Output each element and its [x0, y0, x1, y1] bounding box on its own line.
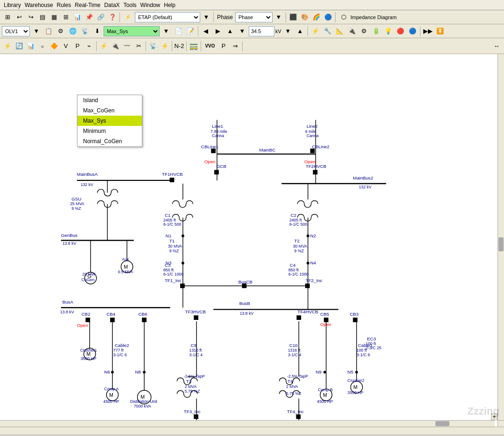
icon-zoom-fit[interactable]: ↔: [491, 41, 502, 52]
horizontal-scrollbar[interactable]: [0, 420, 495, 427]
icon-a2[interactable]: 🔄: [14, 41, 25, 52]
svg-text:M: M: [140, 394, 145, 400]
dropdown-item-maxsys[interactable]: Max_Sys: [77, 116, 142, 126]
icon-link[interactable]: 🔗: [95, 12, 106, 23]
icon-a14[interactable]: ⚡: [159, 41, 170, 52]
icon-t6[interactable]: 🔋: [371, 26, 382, 37]
icon-a13[interactable]: 📡: [147, 41, 159, 52]
icon-t9[interactable]: 🔵: [407, 26, 418, 37]
svg-text:C10: C10: [289, 343, 298, 348]
config-select[interactable]: Island Max_CoGen Max_Sys Minimum Normal_…: [104, 26, 160, 36]
icon-impedance[interactable]: ⬡: [337, 12, 350, 23]
icon-a1[interactable]: ⚡: [2, 41, 13, 52]
icon-nav-up[interactable]: ▲: [224, 26, 236, 37]
icon-t5[interactable]: ⚙: [358, 26, 370, 37]
icon-filter[interactable]: 🔵: [322, 12, 334, 23]
svg-text:N4: N4: [310, 260, 316, 265]
icon-a17[interactable]: P: [218, 41, 229, 52]
icon-t3[interactable]: 📐: [334, 26, 345, 37]
icon-list2[interactable]: ▦: [49, 12, 60, 23]
icon-vvo[interactable]: VVO: [203, 41, 217, 52]
svg-text:TF3_Inc: TF3_Inc: [184, 409, 201, 414]
icon-a15[interactable]: N-2: [174, 41, 185, 52]
icon-nav-right[interactable]: ▶: [212, 26, 224, 37]
menu-datax[interactable]: DataX: [102, 1, 121, 9]
icon-t2[interactable]: 🔧: [322, 26, 333, 37]
icon-a18[interactable]: ⇒: [230, 41, 241, 52]
dropdown-item-island[interactable]: Island: [77, 95, 142, 105]
icon-redo[interactable]: ↪: [25, 12, 36, 23]
menu-tools[interactable]: Tools: [122, 1, 139, 9]
kv-input[interactable]: [249, 26, 274, 36]
icon-a11[interactable]: 〰: [121, 41, 133, 52]
icon-t8[interactable]: 🔴: [395, 26, 406, 37]
menu-window[interactable]: Window: [139, 1, 162, 9]
icon-config-paste[interactable]: 📝: [185, 26, 196, 37]
icon-config3[interactable]: 🌐: [67, 26, 78, 37]
svg-text:N6: N6: [104, 369, 110, 374]
icon-pin[interactable]: 📌: [84, 12, 95, 23]
phase-select[interactable]: Phase: [235, 12, 273, 22]
icon-t4[interactable]: 🔌: [346, 26, 357, 37]
icon-color2[interactable]: 🌈: [311, 12, 322, 23]
menu-warehouse[interactable]: Warehouse: [23, 1, 55, 9]
icon-phase-arrow[interactable]: ▼: [273, 12, 284, 23]
svg-text:9 %Z: 9 %Z: [169, 249, 179, 253]
icon-color1[interactable]: 🎨: [299, 12, 310, 23]
icon-a7[interactable]: P: [72, 41, 83, 52]
icon-undo[interactable]: ↩: [14, 12, 25, 23]
icon-olv-arrow[interactable]: ▼: [31, 26, 42, 37]
icon-a5[interactable]: 🔶: [49, 41, 60, 52]
icon-tright1[interactable]: ▶▶: [422, 26, 434, 37]
icon-t1[interactable]: ⚡: [310, 26, 321, 37]
icon-config-copy[interactable]: 📄: [173, 26, 184, 37]
icon-t7[interactable]: 💡: [383, 26, 394, 37]
icon-kv-up[interactable]: ▲: [294, 26, 306, 37]
etap-project-select[interactable]: ETAP (Default): [135, 12, 200, 22]
icon-config-arrow[interactable]: ▼: [161, 26, 172, 37]
menu-help[interactable]: Help: [162, 1, 177, 9]
svg-rect-10: [211, 149, 216, 153]
icon-square1[interactable]: ⬛: [287, 12, 299, 23]
icon-config1[interactable]: 📋: [43, 26, 54, 37]
icon-a9[interactable]: ⚡: [98, 41, 109, 52]
olv-select[interactable]: OLV1: [2, 26, 30, 36]
vertical-scrollbar[interactable]: [497, 54, 504, 420]
svg-text:BusB: BusB: [239, 301, 250, 306]
menu-realtime[interactable]: Real-Time: [73, 1, 102, 9]
icon-config2[interactable]: ⚙: [55, 26, 66, 37]
menu-rules[interactable]: Rules: [55, 1, 73, 9]
icon-chart[interactable]: 📊: [72, 12, 83, 23]
icon-nav-down[interactable]: ▼: [237, 26, 248, 37]
icon-kv-down[interactable]: ▼: [282, 26, 294, 37]
icon-nav-left[interactable]: ◀: [200, 26, 211, 37]
svg-rect-142: [194, 415, 198, 419]
svg-text:TF1_Inc: TF1_Inc: [165, 278, 182, 283]
svg-text:-2.5% TapP: -2.5% TapP: [184, 374, 205, 379]
svg-rect-23: [214, 170, 219, 174]
dropdown-item-maxcogen[interactable]: Max_CoGen: [77, 105, 142, 116]
icon-a10[interactable]: 🔌: [110, 41, 121, 52]
icon-config4[interactable]: 📡: [79, 26, 91, 37]
icon-a3[interactable]: 📊: [25, 41, 36, 52]
icon-a4[interactable]: ⬦: [37, 41, 48, 52]
icon-a6[interactable]: V: [60, 41, 71, 52]
icon-a12[interactable]: ✂: [133, 41, 144, 52]
icon-config5[interactable]: ⬇: [91, 26, 103, 37]
dropdown-item-normalcogen[interactable]: Normal_CoGen: [77, 136, 142, 146]
icon-list1[interactable]: ▤: [37, 12, 48, 23]
svg-text:BusA: BusA: [63, 299, 74, 305]
icon-a16[interactable]: 🚃: [188, 41, 199, 52]
icon-view[interactable]: ⊞: [60, 12, 71, 23]
svg-text:MainBus2: MainBus2: [353, 175, 373, 180]
icon-tright2[interactable]: ⏬: [434, 26, 446, 37]
icon-etap-arrow[interactable]: ▼: [201, 12, 212, 23]
config-dropdown-menu[interactable]: Island Max_CoGen Max_Sys Minimum Normal_…: [77, 95, 142, 147]
dropdown-item-minimum[interactable]: Minimum: [77, 126, 142, 136]
svg-text:N8: N8: [135, 369, 141, 374]
icon-a8[interactable]: ⌁: [84, 41, 95, 52]
icon-grid[interactable]: ⊞: [2, 12, 13, 23]
icon-question[interactable]: ❓: [107, 12, 118, 23]
menu-library[interactable]: Library: [2, 1, 23, 9]
diagram-canvas[interactable]: .bus-line { stroke: #000; stroke-width: …: [0, 54, 504, 427]
